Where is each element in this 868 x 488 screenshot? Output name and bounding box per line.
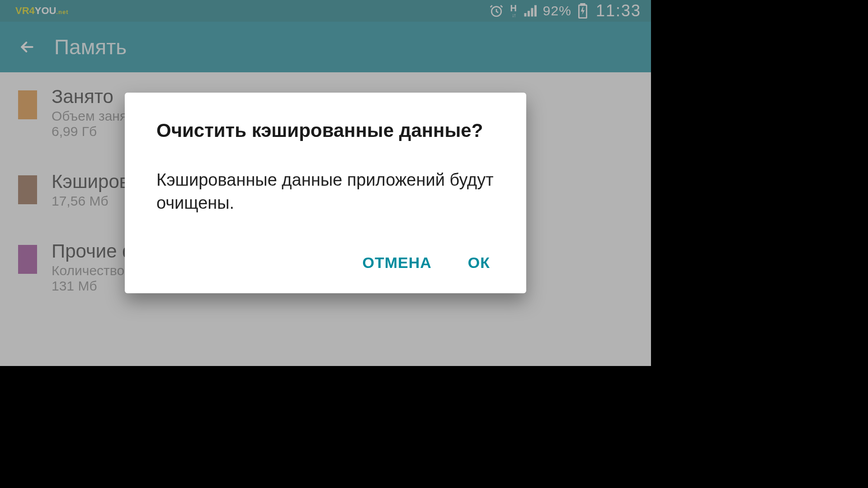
dialog-body: Кэшированные данные приложений будут очи…: [156, 169, 495, 215]
cancel-button[interactable]: ОТМЕНА: [358, 251, 436, 274]
ok-button[interactable]: ОК: [463, 251, 495, 274]
modal-scrim[interactable]: Очистить кэшированные данные? Кэшированн…: [0, 0, 651, 366]
dialog-actions: ОТМЕНА ОК: [156, 251, 495, 274]
dialog-title: Очистить кэшированные данные?: [156, 120, 495, 141]
confirm-dialog: Очистить кэшированные данные? Кэшированн…: [125, 93, 526, 293]
screen: VR4YOU.net H ↓↑ 92% 11:33: [0, 0, 651, 366]
